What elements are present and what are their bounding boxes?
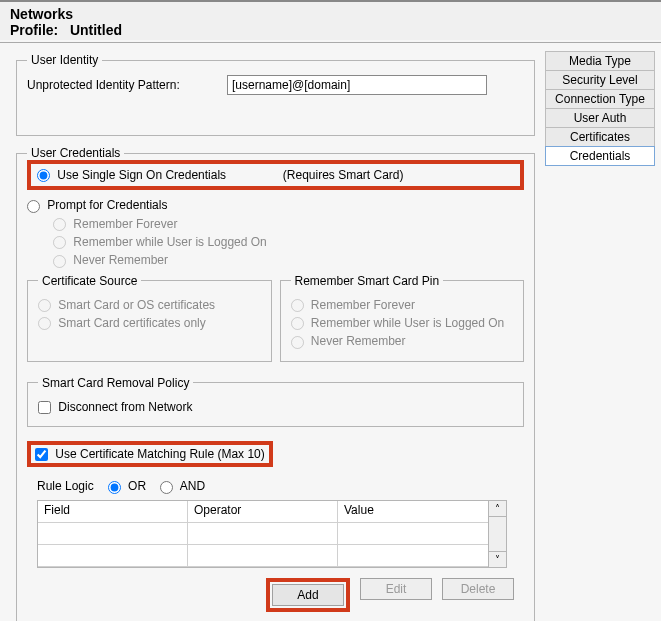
logic-or-label: OR xyxy=(128,479,146,493)
use-matching-rule-option[interactable]: Use Certificate Matching Rule (Max 10) xyxy=(35,447,265,461)
pin-never-label: Never Remember xyxy=(311,334,406,348)
pin-forever-radio xyxy=(291,299,304,312)
credentials-dialog: Networks Profile: Untitled User Identity… xyxy=(0,0,661,621)
never-remember-radio xyxy=(53,255,66,268)
disconnect-option[interactable]: Disconnect from Network xyxy=(38,400,192,414)
remember-logged-label: Remember while User is Logged On xyxy=(73,235,266,249)
cert-only-radio xyxy=(38,317,51,330)
never-remember-option: Never Remember xyxy=(53,253,168,267)
pin-forever-option: Remember Forever xyxy=(291,298,415,312)
pin-logged-option: Remember while User is Logged On xyxy=(291,316,505,330)
pin-legend: Remember Smart Card Pin xyxy=(291,274,444,288)
divider xyxy=(0,42,661,43)
prompt-radio[interactable] xyxy=(27,200,40,213)
pin-group: Remember Smart Card Pin Remember Forever… xyxy=(280,274,525,362)
titlebar: Networks Profile: Untitled xyxy=(0,2,661,40)
profile-prefix: Profile: xyxy=(10,22,58,38)
removal-group: Smart Card Removal Policy Disconnect fro… xyxy=(27,376,524,427)
logic-or-radio[interactable] xyxy=(108,481,121,494)
use-matching-rule-checkbox[interactable] xyxy=(35,448,48,461)
window-title: Networks xyxy=(10,6,651,22)
scroll-down-icon[interactable]: ˅ xyxy=(489,551,506,567)
user-credentials-legend: User Credentials xyxy=(27,146,124,160)
disconnect-label: Disconnect from Network xyxy=(58,400,192,414)
table-row[interactable] xyxy=(38,523,488,545)
table-scrollbar[interactable]: ˄ ˅ xyxy=(488,501,506,567)
use-matching-rule-label: Use Certificate Matching Rule (Max 10) xyxy=(55,447,264,461)
remember-forever-label: Remember Forever xyxy=(73,217,177,231)
pin-logged-label: Remember while User is Logged On xyxy=(311,316,504,330)
cert-source-legend: Certificate Source xyxy=(38,274,141,288)
scroll-up-icon[interactable]: ˄ xyxy=(489,501,506,517)
prompt-option[interactable]: Prompt for Credentials xyxy=(27,198,167,212)
user-identity-group: User Identity Unprotected Identity Patte… xyxy=(16,53,535,136)
cert-source-group: Certificate Source Smart Card or OS cert… xyxy=(27,274,272,362)
never-remember-label: Never Remember xyxy=(73,253,168,267)
disconnect-checkbox[interactable] xyxy=(38,401,51,414)
logic-and-option[interactable]: AND xyxy=(160,479,205,493)
tab-connection-type[interactable]: Connection Type xyxy=(545,89,655,109)
col-field: Field xyxy=(38,501,188,523)
sso-note: (Requires Smart Card) xyxy=(283,168,404,182)
logic-and-radio[interactable] xyxy=(160,481,173,494)
pin-never-radio xyxy=(291,336,304,349)
rules-table[interactable]: Field Operator Value ˄ xyxy=(37,500,507,568)
edit-button: Edit xyxy=(360,578,432,600)
remember-logged-radio xyxy=(53,236,66,249)
profile-line: Profile: Untitled xyxy=(10,22,651,38)
prompt-label: Prompt for Credentials xyxy=(47,198,167,212)
highlight-add: Add xyxy=(266,578,350,612)
sso-label: Use Single Sign On Credentials xyxy=(57,168,226,182)
cert-os-label: Smart Card or OS certificates xyxy=(58,298,215,312)
logic-and-label: AND xyxy=(180,479,205,493)
rule-logic-label: Rule Logic xyxy=(37,479,94,493)
cert-os-option: Smart Card or OS certificates xyxy=(38,298,215,312)
tabs-list: Media Type Security Level Connection Typ… xyxy=(545,51,655,165)
highlight-matching-rule: Use Certificate Matching Rule (Max 10) xyxy=(27,441,273,467)
add-button[interactable]: Add xyxy=(272,584,344,606)
sso-option[interactable]: Use Single Sign On Credentials xyxy=(37,168,229,182)
delete-button: Delete xyxy=(442,578,514,600)
cert-only-option: Smart Card certificates only xyxy=(38,316,206,330)
pin-forever-label: Remember Forever xyxy=(311,298,415,312)
table-row[interactable] xyxy=(38,545,488,567)
tab-certificates[interactable]: Certificates xyxy=(545,127,655,147)
remember-forever-option: Remember Forever xyxy=(53,217,177,231)
cert-only-label: Smart Card certificates only xyxy=(58,316,205,330)
table-header-row: Field Operator Value xyxy=(38,501,488,523)
remember-logged-option: Remember while User is Logged On xyxy=(53,235,267,249)
cert-os-radio xyxy=(38,299,51,312)
remember-forever-radio xyxy=(53,218,66,231)
pattern-input[interactable] xyxy=(227,75,487,95)
pin-logged-radio xyxy=(291,317,304,330)
pin-never-option: Never Remember xyxy=(291,334,406,348)
tab-credentials[interactable]: Credentials xyxy=(545,146,655,166)
pattern-label: Unprotected Identity Pattern: xyxy=(27,78,217,92)
user-credentials-group: User Credentials Use Single Sign On Cred… xyxy=(16,146,535,621)
sso-radio[interactable] xyxy=(37,169,50,182)
tab-media-type[interactable]: Media Type xyxy=(545,51,655,71)
profile-name: Untitled xyxy=(70,22,122,38)
user-identity-legend: User Identity xyxy=(27,53,102,67)
col-value: Value xyxy=(338,501,488,523)
tab-user-auth[interactable]: User Auth xyxy=(545,108,655,128)
logic-or-option[interactable]: OR xyxy=(108,479,146,493)
highlight-sso: Use Single Sign On Credentials (Requires… xyxy=(27,160,524,190)
tab-security-level[interactable]: Security Level xyxy=(545,70,655,90)
col-operator: Operator xyxy=(188,501,338,523)
removal-legend: Smart Card Removal Policy xyxy=(38,376,193,390)
